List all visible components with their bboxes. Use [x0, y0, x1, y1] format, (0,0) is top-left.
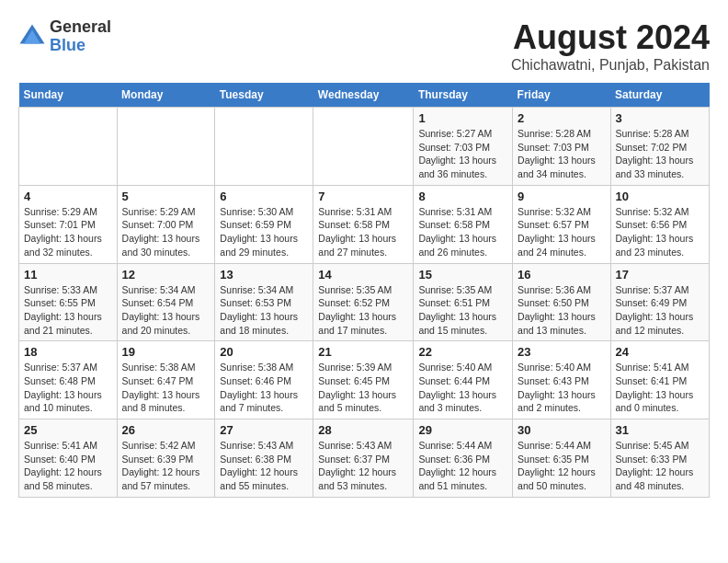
column-header-friday: Friday [513, 83, 610, 108]
title-block: August 2024 Chichawatni, Punjab, Pakista… [511, 18, 710, 74]
day-number: 9 [518, 190, 605, 203]
day-number: 25 [24, 423, 112, 437]
calendar-cell: 4Sunrise: 5:29 AMSunset: 7:01 PMDaylight… [19, 185, 118, 263]
day-info: Sunrise: 5:35 AMSunset: 6:52 PMDaylight:… [318, 283, 408, 338]
day-info: Sunrise: 5:35 AMSunset: 6:51 PMDaylight:… [418, 283, 507, 338]
day-info: Sunrise: 5:40 AMSunset: 6:44 PMDaylight:… [418, 361, 507, 415]
calendar-cell: 23Sunrise: 5:40 AMSunset: 6:43 PMDayligh… [513, 341, 610, 419]
calendar-cell [313, 108, 414, 186]
day-number: 8 [418, 190, 507, 203]
day-info: Sunrise: 5:36 AMSunset: 6:50 PMDaylight:… [518, 283, 605, 338]
day-number: 28 [318, 423, 408, 437]
day-info: Sunrise: 5:44 AMSunset: 6:36 PMDaylight:… [418, 439, 507, 493]
day-info: Sunrise: 5:37 AMSunset: 6:49 PMDaylight:… [616, 283, 705, 338]
calendar-cell: 27Sunrise: 5:43 AMSunset: 6:38 PMDayligh… [215, 419, 313, 498]
day-info: Sunrise: 5:38 AMSunset: 6:46 PMDaylight:… [220, 361, 308, 415]
day-number: 24 [616, 345, 705, 359]
day-info: Sunrise: 5:32 AMSunset: 6:57 PMDaylight:… [518, 205, 605, 259]
day-info: Sunrise: 5:41 AMSunset: 6:40 PMDaylight:… [24, 439, 112, 493]
calendar-cell: 19Sunrise: 5:38 AMSunset: 6:47 PMDayligh… [117, 341, 215, 419]
logo: General Blue [18, 18, 111, 55]
calendar-cell: 26Sunrise: 5:42 AMSunset: 6:39 PMDayligh… [117, 419, 215, 498]
day-number: 31 [616, 423, 705, 437]
day-number: 27 [220, 423, 308, 437]
day-number: 13 [220, 268, 308, 282]
calendar-cell: 6Sunrise: 5:30 AMSunset: 6:59 PMDaylight… [215, 185, 313, 263]
calendar-cell: 20Sunrise: 5:38 AMSunset: 6:46 PMDayligh… [215, 341, 313, 419]
day-info: Sunrise: 5:37 AMSunset: 6:48 PMDaylight:… [24, 361, 112, 415]
calendar-cell [215, 108, 313, 186]
logo-general: General [50, 18, 111, 37]
calendar-cell: 24Sunrise: 5:41 AMSunset: 6:41 PMDayligh… [610, 341, 710, 419]
location: Chichawatni, Punjab, Pakistan [511, 57, 710, 74]
day-info: Sunrise: 5:30 AMSunset: 6:59 PMDaylight:… [220, 205, 308, 259]
calendar-cell: 21Sunrise: 5:39 AMSunset: 6:45 PMDayligh… [313, 341, 414, 419]
day-number: 29 [418, 423, 507, 437]
calendar-cell: 22Sunrise: 5:40 AMSunset: 6:44 PMDayligh… [414, 341, 513, 419]
day-info: Sunrise: 5:42 AMSunset: 6:39 PMDaylight:… [122, 439, 210, 493]
day-number: 23 [518, 345, 605, 359]
day-number: 21 [318, 345, 408, 359]
column-header-saturday: Saturday [610, 83, 710, 108]
day-info: Sunrise: 5:39 AMSunset: 6:45 PMDaylight:… [318, 361, 408, 415]
calendar-cell: 2Sunrise: 5:28 AMSunset: 7:03 PMDaylight… [513, 108, 610, 186]
calendar-week-1: 1Sunrise: 5:27 AMSunset: 7:03 PMDaylight… [19, 108, 710, 186]
day-info: Sunrise: 5:28 AMSunset: 7:03 PMDaylight:… [518, 127, 605, 181]
day-info: Sunrise: 5:29 AMSunset: 7:01 PMDaylight:… [24, 205, 112, 259]
day-number: 1 [418, 111, 507, 125]
day-number: 12 [122, 268, 210, 282]
calendar-table: SundayMondayTuesdayWednesdayThursdayFrid… [18, 83, 710, 498]
column-header-thursday: Thursday [414, 83, 513, 108]
day-number: 22 [418, 345, 507, 359]
day-number: 4 [24, 190, 112, 203]
calendar-cell: 25Sunrise: 5:41 AMSunset: 6:40 PMDayligh… [19, 419, 118, 498]
day-info: Sunrise: 5:45 AMSunset: 6:33 PMDaylight:… [616, 439, 705, 493]
calendar-cell: 15Sunrise: 5:35 AMSunset: 6:51 PMDayligh… [414, 263, 513, 341]
calendar-cell: 17Sunrise: 5:37 AMSunset: 6:49 PMDayligh… [610, 263, 710, 341]
column-header-wednesday: Wednesday [313, 83, 414, 108]
logo-blue: Blue [50, 37, 111, 55]
calendar-week-5: 25Sunrise: 5:41 AMSunset: 6:40 PMDayligh… [19, 419, 710, 498]
calendar-cell: 18Sunrise: 5:37 AMSunset: 6:48 PMDayligh… [19, 341, 118, 419]
column-header-monday: Monday [117, 83, 215, 108]
calendar-cell: 10Sunrise: 5:32 AMSunset: 6:56 PMDayligh… [610, 185, 710, 263]
day-info: Sunrise: 5:32 AMSunset: 6:56 PMDaylight:… [616, 205, 705, 259]
day-info: Sunrise: 5:34 AMSunset: 6:54 PMDaylight:… [122, 283, 210, 338]
day-info: Sunrise: 5:44 AMSunset: 6:35 PMDaylight:… [518, 439, 605, 493]
day-number: 26 [122, 423, 210, 437]
day-number: 6 [220, 190, 308, 203]
calendar-cell: 13Sunrise: 5:34 AMSunset: 6:53 PMDayligh… [215, 263, 313, 341]
month-title: August 2024 [511, 18, 710, 57]
calendar-cell: 9Sunrise: 5:32 AMSunset: 6:57 PMDaylight… [513, 185, 610, 263]
day-info: Sunrise: 5:43 AMSunset: 6:37 PMDaylight:… [318, 439, 408, 493]
calendar-cell: 29Sunrise: 5:44 AMSunset: 6:36 PMDayligh… [414, 419, 513, 498]
day-number: 16 [518, 268, 605, 282]
day-info: Sunrise: 5:27 AMSunset: 7:03 PMDaylight:… [418, 127, 507, 181]
day-info: Sunrise: 5:34 AMSunset: 6:53 PMDaylight:… [220, 283, 308, 338]
calendar-cell: 11Sunrise: 5:33 AMSunset: 6:55 PMDayligh… [19, 263, 118, 341]
day-number: 7 [318, 190, 408, 203]
calendar-week-3: 11Sunrise: 5:33 AMSunset: 6:55 PMDayligh… [19, 263, 710, 341]
calendar-cell: 28Sunrise: 5:43 AMSunset: 6:37 PMDayligh… [313, 419, 414, 498]
day-info: Sunrise: 5:43 AMSunset: 6:38 PMDaylight:… [220, 439, 308, 493]
day-number: 2 [518, 111, 605, 125]
day-info: Sunrise: 5:41 AMSunset: 6:41 PMDaylight:… [616, 361, 705, 415]
column-header-sunday: Sunday [19, 83, 118, 108]
calendar-cell: 14Sunrise: 5:35 AMSunset: 6:52 PMDayligh… [313, 263, 414, 341]
column-header-tuesday: Tuesday [215, 83, 313, 108]
calendar-cell: 31Sunrise: 5:45 AMSunset: 6:33 PMDayligh… [610, 419, 710, 498]
calendar-week-2: 4Sunrise: 5:29 AMSunset: 7:01 PMDaylight… [19, 185, 710, 263]
calendar-cell: 7Sunrise: 5:31 AMSunset: 6:58 PMDaylight… [313, 185, 414, 263]
calendar-cell [19, 108, 118, 186]
day-info: Sunrise: 5:28 AMSunset: 7:02 PMDaylight:… [616, 127, 705, 181]
day-number: 3 [616, 111, 705, 125]
calendar-cell: 8Sunrise: 5:31 AMSunset: 6:58 PMDaylight… [414, 185, 513, 263]
day-number: 30 [518, 423, 605, 437]
calendar-cell: 30Sunrise: 5:44 AMSunset: 6:35 PMDayligh… [513, 419, 610, 498]
day-number: 5 [122, 190, 210, 203]
day-info: Sunrise: 5:38 AMSunset: 6:47 PMDaylight:… [122, 361, 210, 415]
day-info: Sunrise: 5:40 AMSunset: 6:43 PMDaylight:… [518, 361, 605, 415]
day-number: 11 [24, 268, 112, 282]
calendar-cell: 3Sunrise: 5:28 AMSunset: 7:02 PMDaylight… [610, 108, 710, 186]
calendar-header-row: SundayMondayTuesdayWednesdayThursdayFrid… [19, 83, 710, 108]
